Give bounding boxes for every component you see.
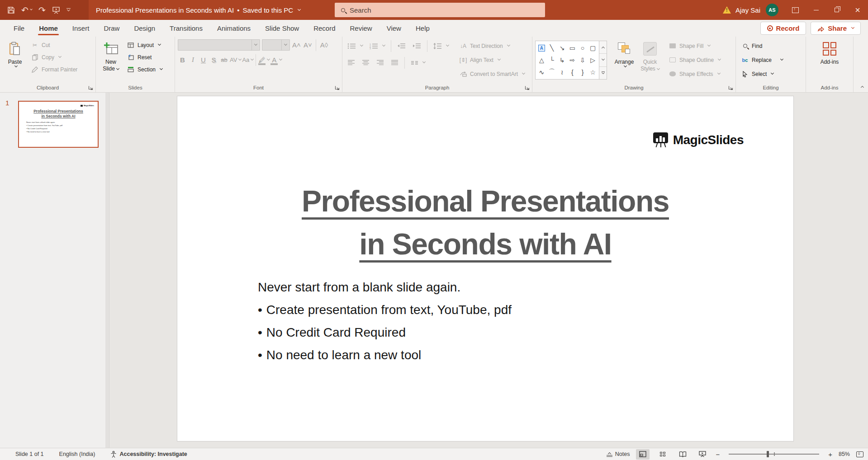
shape-elbow-arrow[interactable]: ↳	[558, 55, 567, 66]
font-size-combo[interactable]	[262, 39, 290, 51]
shape-textbox[interactable]: A	[538, 45, 545, 52]
zoom-level[interactable]: 85%	[839, 451, 850, 457]
shape-right-arrow[interactable]: ⇨	[568, 55, 577, 66]
tab-record[interactable]: Record	[312, 20, 337, 37]
shape-flowchart[interactable]: ▷	[588, 55, 598, 66]
slide-body-text[interactable]: Never start from a blank slide again. •C…	[258, 276, 512, 366]
document-title-group[interactable]: Professional Presentations in Seconds wi…	[96, 6, 300, 14]
bullets-button[interactable]	[345, 40, 365, 52]
start-slideshow-icon[interactable]	[52, 6, 60, 14]
highlight-button[interactable]: 🖉	[258, 54, 270, 66]
bold-button[interactable]: B	[178, 54, 187, 66]
shape-arc[interactable]: ⌒	[547, 67, 556, 78]
warning-icon[interactable]	[723, 6, 731, 14]
line-spacing-button[interactable]	[431, 40, 451, 52]
tab-slide-show[interactable]: Slide Show	[263, 20, 301, 37]
tab-home[interactable]: Home	[37, 20, 60, 37]
align-left-button[interactable]	[345, 56, 357, 69]
font-name-combo[interactable]	[178, 39, 260, 51]
shape-left-brace[interactable]: {	[568, 67, 577, 78]
minimize-button[interactable]	[806, 0, 826, 20]
find-button[interactable]: Find	[739, 40, 785, 52]
shape-oval[interactable]: ○	[578, 42, 587, 53]
new-slide-dropdown-icon[interactable]	[116, 67, 119, 70]
shape-down-arrow[interactable]: ⇩	[578, 55, 587, 66]
slide-thumbnail[interactable]: MagicSlides Professional Presentationsin…	[18, 101, 99, 148]
convert-smartart-button[interactable]: Convert to SmartArt	[457, 68, 527, 80]
shape-star[interactable]: ☆	[588, 67, 598, 78]
paste-dropdown-icon[interactable]	[14, 64, 17, 67]
zoom-in-button[interactable]: +	[828, 451, 832, 458]
shapes-scroll-up[interactable]	[599, 41, 607, 54]
thumbnail-panel-scrollbar[interactable]	[105, 93, 109, 448]
tab-file[interactable]: File	[12, 20, 26, 37]
tab-view[interactable]: View	[385, 20, 403, 37]
shape-rounded-rectangle[interactable]: ▢	[588, 42, 598, 53]
clear-formatting-button[interactable]: A◊	[319, 39, 329, 51]
shrink-font-button[interactable]: A˅	[303, 39, 313, 51]
tab-help[interactable]: Help	[414, 20, 432, 37]
save-icon[interactable]	[7, 6, 15, 14]
align-right-button[interactable]	[374, 56, 386, 69]
search-input[interactable]	[350, 6, 522, 14]
shape-line[interactable]: ╲	[547, 42, 556, 53]
layout-button[interactable]: Layout	[124, 39, 165, 51]
decrease-indent-button[interactable]	[395, 40, 408, 52]
user-name[interactable]: Ajay Sai	[735, 6, 760, 14]
slideshow-view-button[interactable]	[696, 449, 709, 460]
ribbon-display-options-button[interactable]	[785, 0, 806, 20]
change-case-button[interactable]: Aa	[242, 54, 253, 66]
shapes-more-button[interactable]	[599, 67, 607, 79]
fit-slide-to-window-button[interactable]	[856, 451, 863, 457]
zoom-slider-handle[interactable]	[767, 451, 769, 457]
slide-indicator[interactable]: Slide 1 of 1	[15, 451, 44, 457]
shape-arrow[interactable]: ↘	[558, 42, 567, 53]
tab-transitions[interactable]: Transitions	[168, 20, 204, 37]
underline-button[interactable]: U	[199, 54, 208, 66]
avatar[interactable]: AS	[766, 4, 778, 16]
shape-scribble[interactable]: ∿	[537, 67, 546, 78]
paste-button[interactable]: Paste	[3, 39, 27, 81]
justify-button[interactable]	[389, 56, 401, 69]
undo-icon[interactable]: ↶	[21, 5, 32, 15]
record-button[interactable]: Record	[760, 22, 806, 35]
arrange-button[interactable]: Arrange	[612, 39, 636, 81]
columns-button[interactable]	[408, 56, 427, 69]
shape-triangle[interactable]: △	[537, 55, 546, 66]
tab-draw[interactable]: Draw	[102, 20, 121, 37]
format-painter-button[interactable]: Format Painter	[28, 63, 80, 75]
tab-insert[interactable]: Insert	[71, 20, 91, 37]
shape-fill-button[interactable]: Shape Fill	[666, 40, 723, 52]
close-button[interactable]: ×	[847, 0, 868, 20]
copy-button[interactable]: Copy	[28, 51, 80, 63]
select-button[interactable]: Select	[739, 68, 785, 80]
notes-button[interactable]: Notes	[607, 451, 630, 457]
font-color-button[interactable]: A	[270, 54, 282, 66]
italic-button[interactable]: I	[188, 54, 198, 66]
accessibility-status[interactable]: Accessibility: Investigate	[110, 451, 187, 458]
addins-button[interactable]: Add-ins	[817, 39, 842, 81]
restore-button[interactable]	[826, 0, 847, 20]
slide-sorter-view-button[interactable]	[656, 449, 669, 460]
new-slide-button[interactable]: NewSlide	[99, 39, 123, 81]
quick-styles-button[interactable]: QuickStyles	[638, 39, 662, 81]
shape-outline-button[interactable]: Shape Outline	[666, 54, 723, 66]
shapes-gallery[interactable]: A ╲ ↘ ▭ ○ ▢ △ └ ↳ ⇨ ⇩ ▷ ∿ ⌒ ≀ { } ☆	[535, 41, 599, 80]
shapes-scroll-down[interactable]	[599, 54, 607, 66]
reading-view-button[interactable]	[676, 449, 689, 460]
tab-animations[interactable]: Animations	[215, 20, 252, 37]
shape-right-brace[interactable]: }	[578, 67, 587, 78]
text-shadow-button[interactable]: S	[209, 54, 218, 66]
text-direction-button[interactable]: ↓AText Direction	[457, 40, 527, 52]
align-text-button[interactable]: [⇕]Align Text	[457, 54, 527, 66]
numbering-button[interactable]: 123	[367, 40, 387, 52]
strikethrough-button[interactable]: ab	[219, 54, 229, 66]
grow-font-button[interactable]: A˄	[292, 39, 301, 51]
customize-qat-icon[interactable]	[66, 8, 71, 12]
redo-icon[interactable]: ↷	[38, 5, 46, 15]
character-spacing-button[interactable]: AV	[230, 54, 241, 66]
zoom-slider[interactable]	[729, 454, 819, 455]
shape-curve[interactable]: ≀	[558, 67, 567, 78]
replace-button[interactable]: bc Replace	[739, 54, 785, 66]
zoom-out-button[interactable]: −	[716, 451, 720, 458]
